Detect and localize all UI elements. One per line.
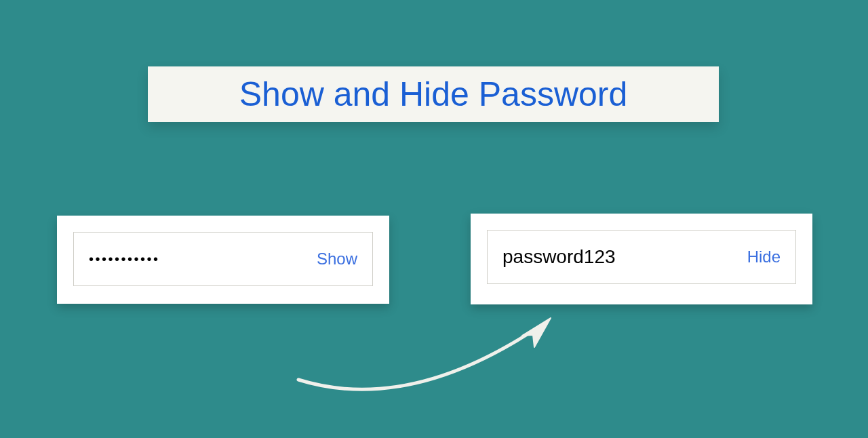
arrow-icon bbox=[285, 305, 570, 407]
title-banner: Show and Hide Password bbox=[148, 66, 719, 122]
hide-toggle-button[interactable]: Hide bbox=[747, 247, 781, 266]
password-input-row-visible: Hide bbox=[487, 230, 796, 284]
password-input-row-masked: ••••••••••• Show bbox=[73, 232, 373, 286]
page-title: Show and Hide Password bbox=[239, 75, 628, 114]
password-input-visible[interactable] bbox=[502, 246, 747, 268]
password-input-masked[interactable]: ••••••••••• bbox=[89, 252, 160, 267]
show-toggle-button[interactable]: Show bbox=[317, 250, 357, 268]
password-card-visible: Hide bbox=[471, 214, 812, 304]
password-card-masked: ••••••••••• Show bbox=[57, 216, 389, 304]
